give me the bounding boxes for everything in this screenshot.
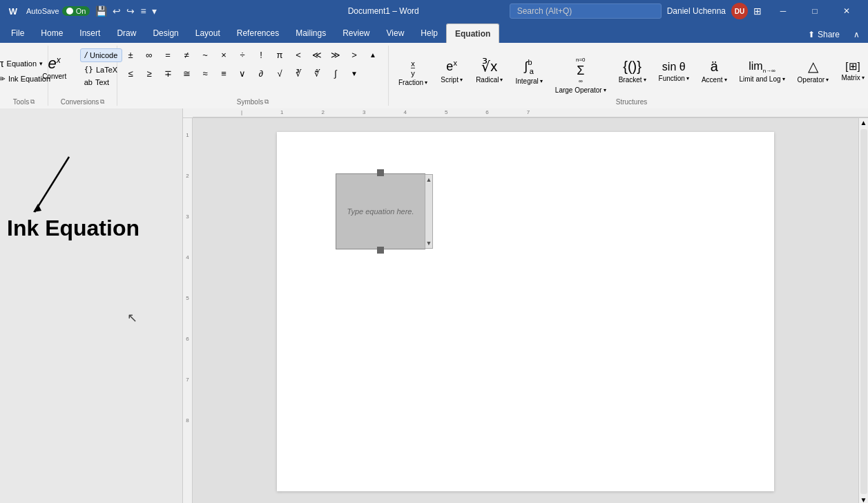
sym-partial[interactable]: ∂ bbox=[252, 64, 270, 82]
unicode-button[interactable]: / Unicode bbox=[80, 48, 123, 62]
scroll-up-button[interactable]: ▲ bbox=[860, 118, 867, 128]
autosave-state: On bbox=[76, 7, 86, 15]
sym-ge[interactable]: ≥ bbox=[140, 64, 158, 82]
minimize-button[interactable]: ─ bbox=[767, 0, 799, 22]
scroll-down-button[interactable]: ▼ bbox=[860, 495, 867, 503]
annotation-arrow bbox=[28, 150, 83, 219]
sym-int[interactable]: ∫ bbox=[327, 64, 345, 82]
equation-scrollbar[interactable]: ▲ ▼ bbox=[425, 174, 433, 249]
radical-button[interactable]: ∛x Radical ▾ bbox=[470, 55, 508, 86]
tab-design[interactable]: Design bbox=[144, 23, 186, 43]
tab-home[interactable]: Home bbox=[32, 23, 71, 43]
sym-vee[interactable]: ∨ bbox=[233, 64, 251, 82]
autosave-pill[interactable]: On bbox=[62, 6, 90, 16]
tab-references[interactable]: References bbox=[229, 23, 287, 43]
sym-equiv[interactable]: ≡ bbox=[215, 64, 233, 82]
matrix-label: Matrix ▾ bbox=[841, 74, 864, 82]
ink-equation-label: Ink Equation bbox=[7, 216, 139, 241]
save-icon[interactable]: 💾 bbox=[95, 6, 107, 17]
tab-layout[interactable]: Layout bbox=[187, 23, 229, 43]
bracket-button[interactable]: {()} Bracket ▾ bbox=[613, 55, 652, 86]
maximize-button[interactable]: □ bbox=[799, 0, 831, 22]
sym-times[interactable]: × bbox=[215, 46, 233, 64]
tab-equation[interactable]: Equation bbox=[446, 23, 499, 43]
sym-pm[interactable]: ± bbox=[122, 46, 139, 64]
document-page[interactable]: Type equation here. ▲ ▼ bbox=[277, 132, 774, 491]
latex-button[interactable]: {} LaTeX bbox=[80, 64, 123, 75]
scroll-up-arrow[interactable]: ▲ bbox=[426, 176, 432, 183]
sym-sqrt[interactable]: √ bbox=[271, 64, 289, 82]
undo-icon[interactable]: ↩ bbox=[113, 6, 121, 17]
limit-log-button[interactable]: limn→∞ Limit and Log ▾ bbox=[734, 57, 791, 86]
tab-file[interactable]: File bbox=[3, 23, 32, 43]
operator-button[interactable]: △ Operator ▾ bbox=[792, 55, 834, 86]
scroll-down-arrow[interactable]: ▼ bbox=[426, 240, 432, 247]
large-operator-button[interactable]: n=0Σ∞ Large Operator ▾ bbox=[550, 46, 612, 97]
tab-view[interactable]: View bbox=[378, 23, 413, 43]
integral-button[interactable]: ∫ba Integral ▾ bbox=[510, 55, 548, 88]
sym-fact[interactable]: ! bbox=[252, 46, 270, 64]
sym-neq[interactable]: ≠ bbox=[177, 46, 195, 64]
equation-box[interactable]: Type equation here. ▲ ▼ bbox=[336, 173, 425, 249]
symbols-grid: ± ∞ = ≠ ~ × ÷ ! π < ≪ ≫ > ▲ ≤ ≥ ∓ ≅ ≈ ≡ bbox=[122, 46, 384, 82]
tab-insert[interactable]: Insert bbox=[71, 23, 108, 43]
fraction-button[interactable]: xy Fraction ▾ bbox=[393, 53, 433, 89]
symbols-section: ± ∞ = ≠ ~ × ÷ ! π < ≪ ≫ > ▲ ≤ ≥ ∓ ≅ ≈ ≡ bbox=[117, 46, 389, 106]
eq-resize-bottom[interactable] bbox=[377, 247, 384, 254]
redo-icon[interactable]: ↪ bbox=[126, 6, 135, 17]
sym-gt[interactable]: > bbox=[345, 46, 363, 64]
text-button[interactable]: ab Text bbox=[80, 77, 123, 88]
collapse-ribbon-button[interactable]: ∧ bbox=[848, 26, 865, 43]
ribbon-tabs: File Home Insert Draw Design Layout Refe… bbox=[0, 22, 868, 43]
matrix-button[interactable]: [⊞] Matrix ▾ bbox=[836, 57, 868, 84]
symbols-expand-icon[interactable]: ⧉ bbox=[264, 98, 269, 106]
fraction-dropdown-icon: ▾ bbox=[425, 79, 427, 86]
conversions-expand-icon[interactable]: ⧉ bbox=[100, 98, 104, 106]
sym-mp[interactable]: ∓ bbox=[159, 64, 177, 82]
customize-icon[interactable]: ▾ bbox=[152, 6, 157, 17]
search-input[interactable] bbox=[510, 3, 662, 19]
sym-lt[interactable]: < bbox=[289, 46, 307, 64]
tab-review[interactable]: Review bbox=[334, 23, 378, 43]
sym-tilde[interactable]: ~ bbox=[196, 46, 214, 64]
matrix-dropdown-icon: ▾ bbox=[862, 75, 865, 81]
sym-eq[interactable]: = bbox=[159, 46, 177, 64]
tab-mailings[interactable]: Mailings bbox=[287, 23, 334, 43]
sym-scroll-down[interactable]: ▼ bbox=[345, 64, 363, 82]
function-dropdown-icon: ▾ bbox=[686, 75, 689, 82]
sym-cong[interactable]: ≅ bbox=[177, 64, 195, 82]
left-panel: Ink Equation ↖ bbox=[0, 108, 183, 503]
function-button[interactable]: sin θ Function ▾ bbox=[653, 57, 695, 85]
close-button[interactable]: ✕ bbox=[831, 0, 862, 22]
structures-label: Structures bbox=[616, 98, 648, 106]
accent-button[interactable]: ä Accent ▾ bbox=[696, 55, 733, 86]
function-icon: sin θ bbox=[662, 60, 686, 73]
sym-approx[interactable]: ≈ bbox=[196, 64, 214, 82]
sym-cbrt[interactable]: ∛ bbox=[289, 64, 307, 82]
scroll-thumb[interactable] bbox=[860, 129, 867, 494]
sym-div[interactable]: ÷ bbox=[233, 46, 251, 64]
sym-inf[interactable]: ∞ bbox=[140, 46, 158, 64]
title-bar-left: W AutoSave On 💾 ↩ ↪ ≡ ▾ bbox=[6, 3, 258, 19]
sym-scroll-up[interactable]: ▲ bbox=[364, 46, 382, 64]
integral-icon: ∫ba bbox=[525, 57, 534, 76]
tab-draw[interactable]: Draw bbox=[108, 23, 144, 43]
autosave-toggle[interactable]: AutoSave On bbox=[26, 6, 90, 16]
share-button[interactable]: ⬆ Share bbox=[800, 26, 848, 43]
fraction-label: Fraction ▾ bbox=[398, 79, 427, 86]
vertical-scrollbar[interactable]: ▲ ▼ bbox=[858, 118, 868, 503]
sym-gg[interactable]: ≫ bbox=[327, 46, 345, 64]
sym-ll[interactable]: ≪ bbox=[308, 46, 326, 64]
tools-expand-icon[interactable]: ⧉ bbox=[30, 98, 35, 106]
eq-resize-top[interactable] bbox=[377, 169, 384, 176]
sym-pi[interactable]: π bbox=[271, 46, 289, 64]
ribbon-display-icon[interactable]: ⊞ bbox=[753, 6, 762, 17]
tab-help[interactable]: Help bbox=[412, 23, 446, 43]
operator-icon: △ bbox=[808, 58, 818, 75]
sym-4rt[interactable]: ∜ bbox=[308, 64, 326, 82]
script-button[interactable]: ex Script ▾ bbox=[434, 56, 469, 86]
operator-dropdown-icon: ▾ bbox=[826, 77, 829, 83]
convert-button[interactable]: ex Convert bbox=[37, 53, 72, 83]
sym-le[interactable]: ≤ bbox=[122, 64, 139, 82]
quick-access-icon[interactable]: ≡ bbox=[140, 6, 146, 17]
